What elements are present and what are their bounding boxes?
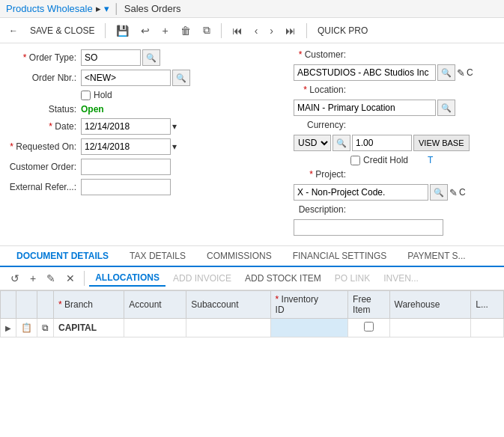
- sub-inven-button[interactable]: INVEN...: [377, 271, 425, 286]
- undo-icon[interactable]: ↩: [138, 23, 153, 38]
- quick-pro-label: QUICK PRO: [318, 25, 368, 36]
- date-input[interactable]: [81, 118, 171, 135]
- currency-label: Currency:: [294, 120, 346, 130]
- customer-lookup[interactable]: 🔍: [437, 64, 455, 81]
- external-refer-input[interactable]: [81, 179, 171, 195]
- view-base-label: VIEW BASE: [419, 138, 464, 147]
- date-dropdown-icon[interactable]: ▾: [172, 121, 177, 132]
- toolbar-sep-3: [306, 23, 307, 38]
- customer-order-input[interactable]: [81, 159, 171, 175]
- col-detail: [16, 291, 37, 319]
- location-label: Location:: [294, 85, 346, 95]
- sub-delete-icon: ✕: [66, 272, 75, 284]
- credit-hold-checkbox[interactable]: [350, 156, 360, 165]
- t-link[interactable]: T: [428, 155, 433, 165]
- row-indicator: ▶: [1, 319, 16, 337]
- row-warehouse[interactable]: [389, 319, 471, 337]
- row-subaccount[interactable]: [186, 319, 270, 337]
- sub-add-invoice-button[interactable]: ADD INVOICE: [167, 271, 237, 286]
- quick-pro-button[interactable]: QUICK PRO: [315, 24, 371, 37]
- requested-on-dropdown-icon[interactable]: ▾: [172, 141, 177, 152]
- row-inventory-id[interactable]: [270, 319, 348, 337]
- breadcrumb-dropdown-icon[interactable]: ▾: [104, 3, 109, 14]
- sub-add-stock-item-button[interactable]: ADD STOCK ITEM: [239, 271, 327, 286]
- order-type-label: Order Type:: [9, 52, 76, 63]
- toolbar-sep-2: [221, 23, 222, 38]
- next-icon[interactable]: ›: [267, 23, 276, 38]
- col-free-item: FreeItem: [348, 291, 389, 319]
- row-account[interactable]: [124, 319, 186, 337]
- sub-toolbar: ↺ + ✎ ✕ ALLOCATIONS ADD INVOICE ADD STOC…: [0, 267, 504, 290]
- customer-order-label: Customer Order:: [9, 162, 76, 172]
- copy-icon: ⧉: [42, 323, 49, 333]
- col-subaccount: Subaccount: [186, 291, 270, 319]
- row-copy-icon[interactable]: ⧉: [37, 319, 54, 337]
- col-account: Account: [124, 291, 186, 319]
- tab-financial-settings[interactable]: FINANCIAL SETTINGS: [282, 246, 398, 267]
- table-row: ▶ 📋 ⧉ CAPITAL: [1, 319, 504, 337]
- location-input[interactable]: [294, 100, 436, 116]
- copy-icon[interactable]: ⧉: [200, 22, 213, 38]
- project-lookup[interactable]: 🔍: [430, 184, 448, 201]
- requested-on-input[interactable]: [81, 138, 171, 155]
- tab-document-details[interactable]: DOCUMENT DETAILS: [6, 246, 119, 267]
- row-detail-icon[interactable]: 📋: [16, 319, 37, 337]
- location-lookup[interactable]: 🔍: [437, 100, 455, 116]
- project-label: Project:: [294, 169, 346, 180]
- save-close-button[interactable]: SAVE & CLOSE: [27, 24, 97, 37]
- description-input[interactable]: [294, 219, 443, 236]
- customer-label: Customer:: [294, 49, 346, 60]
- save-icon[interactable]: 💾: [113, 23, 132, 38]
- currency-lookup[interactable]: 🔍: [333, 135, 350, 151]
- tab-tax-details[interactable]: TAX DETAILS: [119, 246, 196, 267]
- row-free-item[interactable]: [348, 319, 389, 337]
- project-input[interactable]: [294, 184, 428, 201]
- status-value: Open: [81, 104, 104, 114]
- toolbar-sep-1: [105, 23, 106, 38]
- delete-icon[interactable]: 🗑: [177, 23, 194, 38]
- add-icon[interactable]: +: [159, 23, 171, 38]
- sub-delete-button[interactable]: ✕: [61, 271, 79, 286]
- order-type-input[interactable]: [81, 49, 141, 66]
- breadcrumb-app[interactable]: Products Wholesale: [6, 3, 93, 14]
- project-more-icon[interactable]: C: [459, 187, 466, 198]
- back-button[interactable]: ←: [6, 24, 21, 37]
- sub-refresh-button[interactable]: ↺: [6, 271, 24, 286]
- free-item-checkbox[interactable]: [364, 322, 374, 331]
- last-icon[interactable]: ⏭: [282, 23, 299, 38]
- row-branch[interactable]: CAPITAL: [54, 319, 124, 337]
- order-type-lookup[interactable]: 🔍: [142, 49, 160, 66]
- tab-payment-settings[interactable]: PAYMENT S...: [397, 246, 476, 267]
- view-base-button[interactable]: VIEW BASE: [413, 135, 470, 151]
- rate-input[interactable]: [352, 135, 412, 151]
- tab-commissions[interactable]: COMMISSIONS: [196, 246, 282, 267]
- currency-select[interactable]: USD: [294, 135, 331, 151]
- col-branch: Branch: [54, 291, 124, 319]
- sub-add-button[interactable]: +: [25, 271, 40, 286]
- main-toolbar: ← SAVE & CLOSE 💾 ↩ + 🗑 ⧉ ⏮ ‹ › ⏭ QUICK P…: [0, 18, 504, 43]
- customer-more-icon[interactable]: C: [467, 67, 473, 78]
- sub-refresh-icon: ↺: [10, 272, 19, 284]
- col-extra: L...: [471, 291, 504, 319]
- credit-hold-label: Credit Hold: [363, 155, 408, 165]
- sub-allocations-button[interactable]: ALLOCATIONS: [89, 270, 166, 287]
- customer-input[interactable]: [294, 64, 436, 81]
- allocations-table: Branch Account Subaccount InventoryID Fr…: [0, 290, 504, 337]
- col-inventory-id: InventoryID: [270, 291, 348, 319]
- customer-edit-icon[interactable]: ✎: [457, 67, 465, 79]
- first-icon[interactable]: ⏮: [229, 23, 246, 38]
- order-nbr-label: Order Nbr.:: [9, 73, 76, 83]
- tabs-bar: DOCUMENT DETAILS TAX DETAILS COMMISSIONS…: [0, 246, 504, 267]
- sub-edit-button[interactable]: ✎: [42, 271, 60, 286]
- order-nbr-input[interactable]: [81, 70, 171, 86]
- form-area: Order Type: 🔍 Order Nbr.: 🔍 Hold: [0, 43, 504, 246]
- order-nbr-lookup[interactable]: 🔍: [172, 70, 190, 86]
- sub-po-link-button[interactable]: PO LINK: [329, 271, 376, 286]
- sub-edit-icon: ✎: [46, 272, 55, 284]
- hold-checkbox[interactable]: [81, 91, 91, 100]
- prev-icon[interactable]: ‹: [252, 23, 261, 38]
- project-edit-icon[interactable]: ✎: [449, 187, 458, 198]
- sub-add-icon: +: [30, 272, 36, 284]
- row-extra[interactable]: [471, 319, 504, 337]
- breadcrumb: Products Wholesale ▸ ▾ │ Sales Orders: [0, 0, 504, 18]
